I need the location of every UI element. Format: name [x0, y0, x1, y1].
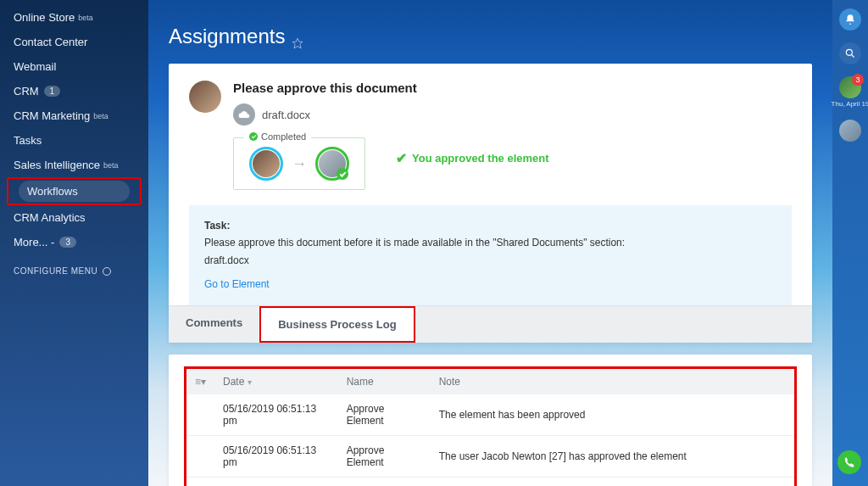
- sidebar-item-workflows[interactable]: Workflows: [19, 181, 130, 202]
- document-title: Please approve this document: [233, 81, 792, 95]
- svg-marker-0: [293, 38, 303, 48]
- detail-tabs: Comments Business Process Log: [169, 305, 812, 343]
- avatar-icon: [839, 120, 861, 142]
- sidebar-item-more[interactable]: More... -3: [0, 230, 148, 254]
- table-row[interactable]: 05/16/2019 06:51:13 pmApprove ElementThe…: [186, 394, 796, 436]
- table-menu-icon[interactable]: ≡▾: [195, 376, 206, 388]
- sidebar-item-tasks[interactable]: Tasks: [0, 128, 148, 153]
- phone-icon: [843, 456, 855, 468]
- badge: 3: [852, 74, 864, 86]
- table-row[interactable]: 05/16/2019 06:51:13 pmApprove ElementThe…: [186, 435, 796, 477]
- sidebar-item-webmail[interactable]: Webmail: [0, 54, 148, 79]
- task-description-box: Task: Please approve this document befor…: [189, 205, 792, 305]
- column-name[interactable]: Name: [338, 367, 431, 394]
- tab-business-process-log[interactable]: Business Process Log: [259, 306, 415, 343]
- beta-badge: beta: [103, 161, 119, 170]
- task-filename: draft.docx: [204, 252, 776, 269]
- tab-comments[interactable]: Comments: [169, 306, 259, 343]
- approval-status: ✔You approved the element: [396, 150, 549, 166]
- beta-badge: beta: [93, 112, 108, 120]
- thumbnail-icon: 3: [839, 76, 861, 98]
- sidebar: Online Storebeta Contact Center Webmail …: [0, 0, 148, 486]
- workflow-step-avatar-2[interactable]: [315, 147, 349, 181]
- main-content: Assignments Please approve this document…: [148, 0, 832, 486]
- user-avatar-button[interactable]: [839, 120, 861, 142]
- task-label: Task:: [204, 217, 776, 234]
- completed-label: Completed: [244, 131, 311, 142]
- filename: draft.docx: [262, 109, 310, 121]
- search-icon: [839, 42, 861, 64]
- check-icon: [249, 132, 258, 141]
- count-badge: 3: [59, 237, 76, 248]
- check-icon: ✔: [396, 150, 407, 166]
- assignment-card: Please approve this document draft.docx …: [169, 64, 812, 343]
- notifications-button[interactable]: [839, 8, 861, 31]
- svg-line-2: [852, 55, 854, 58]
- call-fab[interactable]: [837, 450, 861, 474]
- task-description: Please approve this document before it i…: [204, 234, 776, 251]
- page-title: Assignments: [169, 16, 812, 64]
- top-tabs: [169, 0, 812, 16]
- author-avatar[interactable]: [189, 81, 221, 113]
- sidebar-item-crm-marketing[interactable]: CRM Marketingbeta: [0, 103, 148, 128]
- log-table: ≡▾ Date▾ Name Note 05/16/2019 06:51:13 p…: [184, 366, 797, 486]
- file-attachment[interactable]: draft.docx: [233, 103, 792, 126]
- svg-point-1: [846, 49, 852, 55]
- cloud-download-icon: [233, 103, 255, 126]
- check-badge-icon: [337, 168, 348, 180]
- column-note[interactable]: Note: [431, 367, 796, 394]
- highlight-box-workflows: Workflows: [7, 177, 142, 205]
- date-label: Thu, April 19: [832, 100, 868, 108]
- top-tab-placeholder[interactable]: [175, 0, 178, 15]
- table-row[interactable]: 05/16/2019 06:42:03 pmApprove ElementThe…: [186, 477, 796, 486]
- gear-icon: [103, 267, 111, 276]
- date-widget[interactable]: 3 Thu, April 19: [832, 76, 868, 108]
- log-card: ≡▾ Date▾ Name Note 05/16/2019 06:51:13 p…: [169, 355, 812, 486]
- configure-menu-link[interactable]: CONFIGURE MENU: [0, 254, 148, 288]
- column-date[interactable]: Date▾: [214, 367, 338, 394]
- beta-badge: beta: [78, 14, 93, 22]
- workflow-completed-box: Completed →: [233, 137, 365, 190]
- sidebar-item-online-store[interactable]: Online Storebeta: [0, 5, 148, 30]
- sidebar-item-crm[interactable]: CRM1: [0, 79, 148, 103]
- search-button[interactable]: [839, 42, 861, 64]
- sidebar-item-sales-intelligence[interactable]: Sales Intelligencebeta: [0, 153, 148, 177]
- arrow-right-icon: →: [292, 155, 307, 173]
- sidebar-item-contact-center[interactable]: Contact Center: [0, 30, 148, 54]
- sort-chevron-icon: ▾: [248, 377, 252, 387]
- count-badge: 1: [44, 86, 61, 97]
- favorite-star-icon[interactable]: [292, 31, 303, 42]
- workflow-step-avatar-1[interactable]: [249, 147, 283, 181]
- bell-icon: [839, 8, 861, 31]
- right-rail: 3 Thu, April 19: [832, 0, 868, 486]
- go-to-element-link[interactable]: Go to Element: [204, 276, 270, 293]
- sidebar-item-crm-analytics[interactable]: CRM Analytics: [0, 205, 148, 230]
